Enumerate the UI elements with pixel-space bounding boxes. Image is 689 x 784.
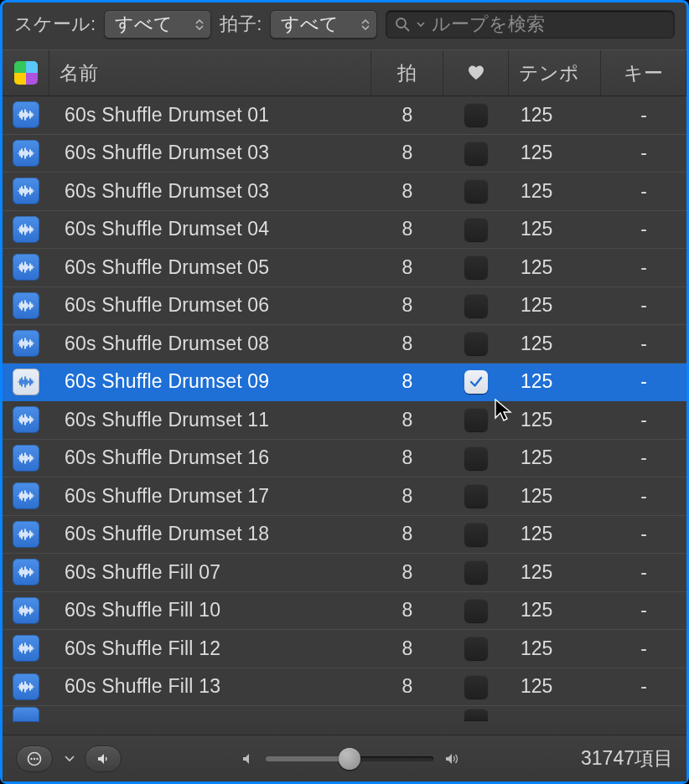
loop-name: 60s Shuffle Drumset 18 bbox=[49, 516, 371, 554]
table-row[interactable]: 60s Shuffle Drumset 098125- bbox=[3, 364, 686, 402]
loop-type-cell bbox=[3, 668, 49, 706]
favorite-checkbox[interactable] bbox=[464, 103, 488, 126]
loop-name: 60s Shuffle Drumset 05 bbox=[49, 249, 371, 286]
loop-type-cell bbox=[3, 440, 49, 477]
favorite-checkbox[interactable] bbox=[464, 332, 488, 355]
loop-key: - bbox=[601, 401, 686, 439]
loop-type-cell bbox=[3, 592, 49, 630]
loop-name: 60s Shuffle Fill 12 bbox=[49, 630, 371, 668]
table-row[interactable]: 60s Shuffle Drumset 178125- bbox=[3, 477, 686, 516]
table-row[interactable]: 60s Shuffle Drumset 068125- bbox=[3, 287, 686, 326]
header-key[interactable]: キー bbox=[601, 50, 686, 95]
loop-key: - bbox=[601, 173, 686, 210]
loop-tempo: 125 bbox=[509, 477, 601, 515]
svg-point-5 bbox=[36, 757, 38, 759]
favorite-cell bbox=[443, 401, 509, 439]
favorite-checkbox[interactable] bbox=[464, 709, 488, 720]
favorite-cell bbox=[443, 554, 509, 591]
volume-knob[interactable] bbox=[339, 748, 360, 770]
chevron-down-icon[interactable] bbox=[65, 756, 75, 762]
favorite-cell bbox=[443, 630, 509, 668]
table-row[interactable]: 60s Shuffle Fill 128125- bbox=[3, 630, 686, 668]
audio-loop-icon bbox=[13, 559, 39, 585]
preview-play-button[interactable] bbox=[85, 745, 122, 772]
loop-key: - bbox=[601, 135, 686, 173]
filter-bar: スケール: すべて 拍子: すべて ループを検索 bbox=[3, 3, 686, 49]
volume-slider[interactable] bbox=[266, 756, 433, 761]
loop-type-cell bbox=[3, 325, 49, 363]
loop-key: - bbox=[601, 477, 686, 515]
favorite-cell bbox=[443, 592, 509, 630]
loop-name bbox=[49, 706, 371, 723]
loop-name: 60s Shuffle Fill 13 bbox=[49, 668, 371, 706]
svg-point-0 bbox=[396, 18, 406, 28]
table-row[interactable]: 60s Shuffle Drumset 058125- bbox=[3, 249, 686, 287]
table-row[interactable]: 60s Shuffle Drumset 048125- bbox=[3, 211, 686, 250]
audio-loop-icon bbox=[13, 445, 39, 472]
audio-loop-icon bbox=[13, 369, 39, 395]
loop-tempo: 125 bbox=[509, 135, 601, 173]
favorite-checkbox[interactable] bbox=[464, 446, 488, 470]
loop-name: 60s Shuffle Drumset 06 bbox=[49, 287, 371, 325]
favorite-checkbox[interactable] bbox=[464, 179, 488, 203]
scale-label: スケール: bbox=[14, 12, 96, 37]
search-placeholder: ループを検索 bbox=[432, 12, 545, 37]
favorite-checkbox[interactable] bbox=[464, 294, 488, 317]
loop-beats: 8 bbox=[371, 440, 443, 477]
favorite-cell bbox=[443, 249, 509, 286]
favorite-checkbox[interactable] bbox=[464, 523, 488, 546]
volume-fill bbox=[266, 756, 350, 761]
favorite-checkbox[interactable] bbox=[464, 560, 488, 584]
favorite-cell bbox=[443, 135, 509, 173]
table-row[interactable]: 60s Shuffle Fill 108125- bbox=[3, 592, 686, 631]
table-row[interactable]: 60s Shuffle Drumset 188125- bbox=[3, 516, 686, 554]
favorite-checkbox[interactable] bbox=[464, 675, 488, 699]
header-beats[interactable]: 拍 bbox=[371, 50, 443, 95]
loop-beats: 8 bbox=[371, 249, 443, 286]
favorite-checkbox[interactable] bbox=[464, 218, 488, 241]
table-row[interactable]: 60s Shuffle Drumset 018125- bbox=[3, 96, 686, 135]
favorite-cell bbox=[443, 516, 509, 554]
table-row[interactable]: 60s Shuffle Drumset 118125- bbox=[3, 401, 686, 440]
favorite-cell bbox=[443, 173, 509, 210]
favorite-checkbox[interactable] bbox=[464, 370, 488, 394]
favorite-checkbox[interactable] bbox=[464, 255, 488, 279]
loop-type-cell bbox=[3, 516, 49, 554]
table-row[interactable]: 60s Shuffle Fill 138125- bbox=[3, 668, 686, 707]
table-row[interactable]: 60s Shuffle Fill 078125- bbox=[3, 554, 686, 592]
favorite-checkbox[interactable] bbox=[464, 637, 488, 660]
header-name[interactable]: 名前 bbox=[49, 50, 371, 95]
audio-loop-icon bbox=[13, 178, 39, 204]
loop-tempo: 125 bbox=[509, 249, 601, 286]
favorite-checkbox[interactable] bbox=[464, 408, 488, 431]
audio-loop-icon bbox=[13, 707, 39, 722]
search-field[interactable]: ループを検索 bbox=[386, 10, 675, 39]
header-tempo[interactable]: テンポ bbox=[509, 50, 601, 95]
loop-key: - bbox=[601, 249, 686, 286]
loop-list[interactable]: 60s Shuffle Drumset 018125-60s Shuffle D… bbox=[3, 96, 686, 735]
header-favorite[interactable] bbox=[443, 50, 509, 95]
audio-loop-icon bbox=[13, 521, 39, 548]
table-row[interactable]: 60s Shuffle Drumset 038125- bbox=[3, 135, 686, 173]
scale-popup[interactable]: すべて bbox=[104, 10, 211, 39]
svg-line-1 bbox=[405, 27, 409, 31]
table-row[interactable] bbox=[3, 706, 686, 723]
speaker-low-icon bbox=[241, 751, 256, 766]
ellipsis-circle-icon bbox=[27, 751, 42, 766]
signature-popup[interactable]: すべて bbox=[270, 10, 377, 39]
favorite-cell bbox=[443, 440, 509, 477]
loop-beats: 8 bbox=[371, 173, 443, 210]
view-mode-button[interactable] bbox=[3, 50, 49, 95]
favorite-checkbox[interactable] bbox=[464, 599, 488, 622]
loop-name: 60s Shuffle Fill 10 bbox=[49, 592, 371, 630]
favorite-checkbox[interactable] bbox=[464, 484, 488, 508]
favorite-checkbox[interactable] bbox=[464, 142, 488, 165]
loop-tempo: 125 bbox=[509, 173, 601, 210]
actions-menu-button[interactable] bbox=[16, 745, 53, 772]
table-row[interactable]: 60s Shuffle Drumset 038125- bbox=[3, 173, 686, 211]
favorite-cell bbox=[443, 211, 509, 249]
table-row[interactable]: 60s Shuffle Drumset 168125- bbox=[3, 440, 686, 478]
loop-name: 60s Shuffle Drumset 01 bbox=[49, 96, 371, 134]
loop-beats: 8 bbox=[371, 96, 443, 134]
table-row[interactable]: 60s Shuffle Drumset 088125- bbox=[3, 325, 686, 364]
